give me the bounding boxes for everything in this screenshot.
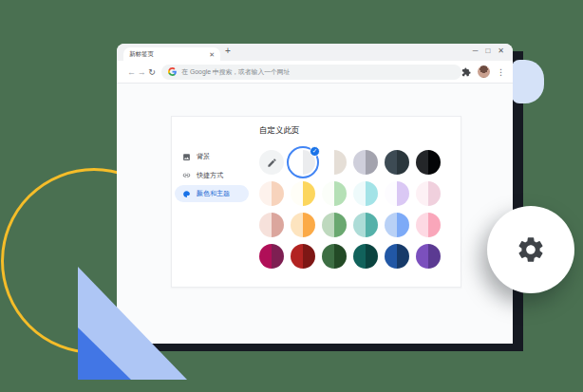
theme-color-swatch[interactable] [385,244,409,269]
theme-color-swatch[interactable] [385,150,409,175]
custom-color-picker-swatch[interactable] [259,150,284,175]
card-title: 自定义此页 [259,125,300,137]
toolbar-right: ⋮ [461,65,505,78]
theme-color-swatch[interactable] [291,181,315,206]
theme-color-swatch[interactable] [416,150,441,175]
tab-new-tab-page[interactable]: 新标签页 ✕ [123,47,220,61]
image-icon [182,153,191,161]
maximize-icon[interactable]: □ [485,47,490,56]
theme-color-swatch[interactable] [416,244,441,269]
swatch-grid: ✓ [259,150,441,269]
sidebar-item-label: 快捷方式 [197,171,223,180]
theme-color-swatch[interactable] [385,181,409,206]
sidebar-item-shortcuts[interactable]: 快捷方式 [175,167,249,184]
avatar[interactable] [478,65,490,78]
decor-triangle [78,267,187,380]
extensions-icon[interactable] [461,67,471,77]
theme-color-swatch[interactable] [291,213,315,237]
theme-color-swatch[interactable] [353,150,378,175]
tab-title: 新标签页 [129,50,209,59]
pencil-icon [267,158,277,168]
theme-color-swatch[interactable] [322,244,347,269]
window-controls: ─ □ ✕ [473,47,504,56]
sidebar: 背景 快捷方式 颜色和主题 [175,148,249,204]
sidebar-item-colors-theme[interactable]: 颜色和主题 [175,185,249,202]
forward-icon[interactable]: → [137,67,147,77]
browser-menu-icon[interactable]: ⋮ [497,67,505,77]
customize-page-card: 自定义此页 背景 快捷方式 [171,116,461,288]
sidebar-item-label: 背景 [197,152,210,161]
sidebar-item-background[interactable]: 背景 [175,148,249,165]
theme-color-swatch[interactable] [322,181,347,206]
theme-color-swatch[interactable] [385,213,409,237]
theme-color-swatch[interactable] [353,213,378,237]
theme-color-swatch[interactable] [353,181,378,206]
theme-color-swatch[interactable] [259,213,284,237]
address-bar[interactable]: 在 Google 中搜索，或者输入一个网址 [161,65,461,80]
google-logo-icon [168,67,177,76]
theme-color-swatch[interactable] [291,244,315,269]
toolbar: ← → ↻ 在 Google 中搜索，或者输入一个网址 ⋮ [117,61,513,84]
back-icon[interactable]: ← [126,67,137,77]
reload-icon[interactable]: ↻ [147,67,158,77]
theme-color-swatch[interactable] [416,213,441,237]
window-close-icon[interactable]: ✕ [498,47,504,56]
theme-color-swatch[interactable] [259,181,284,206]
address-bar-text: 在 Google 中搜索，或者输入一个网址 [181,67,290,77]
tab-bar: 新标签页 ✕ + ─ □ ✕ [117,44,513,61]
theme-color-swatch[interactable] [353,244,378,269]
link-icon [182,171,191,179]
minimize-icon[interactable]: ─ [473,47,479,56]
theme-color-swatch[interactable] [322,150,347,175]
palette-icon [182,190,191,198]
theme-color-swatch[interactable] [416,181,441,206]
theme-color-swatch[interactable] [322,213,347,237]
theme-color-swatch[interactable] [259,244,284,269]
new-tab-icon[interactable]: + [225,46,231,56]
tab-close-icon[interactable]: ✕ [209,51,215,58]
sidebar-item-label: 颜色和主题 [197,189,230,198]
gear-icon [516,234,546,265]
selected-check-badge: ✓ [310,146,320,157]
decor-blue-rounded-shape [512,60,544,103]
stage: 新标签页 ✕ + ─ □ ✕ ← → ↻ 在 Google 中搜索，或 [0,0,583,392]
settings-fab[interactable] [487,206,574,293]
theme-color-swatch[interactable]: ✓ [291,150,315,175]
